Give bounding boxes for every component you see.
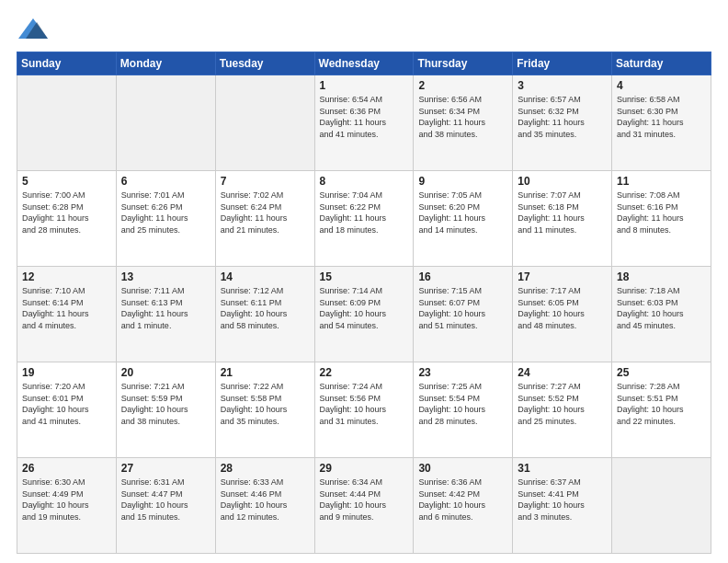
- day-cell: 6Sunrise: 7:01 AM Sunset: 6:26 PM Daylig…: [116, 171, 215, 267]
- day-number: 18: [617, 270, 706, 283]
- day-cell: 11Sunrise: 7:08 AM Sunset: 6:16 PM Dayli…: [612, 171, 711, 267]
- day-cell: 12Sunrise: 7:10 AM Sunset: 6:14 PM Dayli…: [17, 267, 117, 362]
- day-cell: 2Sunrise: 6:56 AM Sunset: 6:34 PM Daylig…: [414, 75, 513, 171]
- day-number: 3: [518, 79, 607, 92]
- day-info: Sunrise: 7:28 AM Sunset: 5:51 PM Dayligh…: [617, 381, 706, 427]
- week-row-4: 19Sunrise: 7:20 AM Sunset: 6:01 PM Dayli…: [17, 362, 711, 458]
- day-info: Sunrise: 7:00 AM Sunset: 6:28 PM Dayligh…: [22, 190, 111, 236]
- day-cell: 31Sunrise: 6:37 AM Sunset: 4:41 PM Dayli…: [513, 458, 612, 554]
- day-cell: 16Sunrise: 7:15 AM Sunset: 6:07 PM Dayli…: [414, 267, 513, 362]
- day-number: 8: [320, 175, 409, 188]
- logo-icon: [17, 15, 50, 42]
- day-cell: 29Sunrise: 6:34 AM Sunset: 4:44 PM Dayli…: [314, 458, 414, 554]
- day-info: Sunrise: 6:57 AM Sunset: 6:32 PM Dayligh…: [518, 94, 607, 140]
- weekday-header-wednesday: Wednesday: [314, 52, 414, 75]
- day-number: 16: [418, 270, 507, 283]
- day-info: Sunrise: 6:30 AM Sunset: 4:49 PM Dayligh…: [22, 477, 111, 523]
- day-info: Sunrise: 7:08 AM Sunset: 6:16 PM Dayligh…: [617, 190, 706, 236]
- day-number: 15: [320, 270, 409, 283]
- day-info: Sunrise: 7:14 AM Sunset: 6:09 PM Dayligh…: [320, 285, 409, 331]
- day-info: Sunrise: 7:21 AM Sunset: 5:59 PM Dayligh…: [121, 381, 210, 427]
- day-cell: 28Sunrise: 6:33 AM Sunset: 4:46 PM Dayli…: [215, 458, 314, 554]
- day-cell: 15Sunrise: 7:14 AM Sunset: 6:09 PM Dayli…: [314, 267, 414, 362]
- day-info: Sunrise: 7:22 AM Sunset: 5:58 PM Dayligh…: [221, 381, 310, 427]
- day-info: Sunrise: 6:56 AM Sunset: 6:34 PM Dayligh…: [418, 94, 507, 140]
- day-info: Sunrise: 6:36 AM Sunset: 4:42 PM Dayligh…: [418, 477, 507, 523]
- day-cell: 25Sunrise: 7:28 AM Sunset: 5:51 PM Dayli…: [612, 362, 711, 458]
- day-number: 5: [22, 175, 111, 188]
- day-info: Sunrise: 6:31 AM Sunset: 4:47 PM Dayligh…: [121, 477, 210, 523]
- day-number: 31: [518, 462, 607, 475]
- day-cell: 24Sunrise: 7:27 AM Sunset: 5:52 PM Dayli…: [513, 362, 612, 458]
- day-cell: 4Sunrise: 6:58 AM Sunset: 6:30 PM Daylig…: [612, 75, 711, 171]
- weekday-header-row: SundayMondayTuesdayWednesdayThursdayFrid…: [17, 52, 711, 75]
- day-number: 13: [121, 270, 210, 283]
- day-number: 28: [221, 462, 310, 475]
- day-cell: 10Sunrise: 7:07 AM Sunset: 6:18 PM Dayli…: [513, 171, 612, 267]
- day-info: Sunrise: 7:04 AM Sunset: 6:22 PM Dayligh…: [320, 190, 409, 236]
- day-number: 25: [617, 366, 706, 379]
- day-cell: [116, 75, 215, 171]
- day-number: 11: [617, 175, 706, 188]
- day-info: Sunrise: 6:33 AM Sunset: 4:46 PM Dayligh…: [221, 477, 310, 523]
- day-number: 26: [22, 462, 111, 475]
- day-info: Sunrise: 7:05 AM Sunset: 6:20 PM Dayligh…: [418, 190, 507, 236]
- day-cell: 8Sunrise: 7:04 AM Sunset: 6:22 PM Daylig…: [314, 171, 414, 267]
- week-row-1: 1Sunrise: 6:54 AM Sunset: 6:36 PM Daylig…: [17, 75, 711, 171]
- day-cell: 19Sunrise: 7:20 AM Sunset: 6:01 PM Dayli…: [17, 362, 117, 458]
- weekday-header-sunday: Sunday: [17, 52, 117, 75]
- day-number: 2: [418, 79, 507, 92]
- day-cell: 17Sunrise: 7:17 AM Sunset: 6:05 PM Dayli…: [513, 267, 612, 362]
- day-cell: [17, 75, 117, 171]
- day-cell: 3Sunrise: 6:57 AM Sunset: 6:32 PM Daylig…: [513, 75, 612, 171]
- day-info: Sunrise: 6:54 AM Sunset: 6:36 PM Dayligh…: [320, 94, 409, 140]
- day-info: Sunrise: 7:11 AM Sunset: 6:13 PM Dayligh…: [121, 285, 210, 331]
- weekday-header-saturday: Saturday: [612, 52, 711, 75]
- day-cell: 30Sunrise: 6:36 AM Sunset: 4:42 PM Dayli…: [414, 458, 513, 554]
- day-cell: 18Sunrise: 7:18 AM Sunset: 6:03 PM Dayli…: [612, 267, 711, 362]
- day-number: 6: [121, 175, 210, 188]
- day-info: Sunrise: 6:37 AM Sunset: 4:41 PM Dayligh…: [518, 477, 607, 523]
- day-info: Sunrise: 7:10 AM Sunset: 6:14 PM Dayligh…: [22, 285, 111, 331]
- day-cell: 21Sunrise: 7:22 AM Sunset: 5:58 PM Dayli…: [215, 362, 314, 458]
- day-number: 19: [22, 366, 111, 379]
- day-cell: 27Sunrise: 6:31 AM Sunset: 4:47 PM Dayli…: [116, 458, 215, 554]
- day-info: Sunrise: 7:27 AM Sunset: 5:52 PM Dayligh…: [518, 381, 607, 427]
- day-info: Sunrise: 7:18 AM Sunset: 6:03 PM Dayligh…: [617, 285, 706, 331]
- day-cell: 7Sunrise: 7:02 AM Sunset: 6:24 PM Daylig…: [215, 171, 314, 267]
- day-info: Sunrise: 6:34 AM Sunset: 4:44 PM Dayligh…: [320, 477, 409, 523]
- logo: [17, 15, 53, 42]
- day-number: 20: [121, 366, 210, 379]
- day-info: Sunrise: 7:25 AM Sunset: 5:54 PM Dayligh…: [418, 381, 507, 427]
- day-number: 23: [418, 366, 507, 379]
- day-info: Sunrise: 7:02 AM Sunset: 6:24 PM Dayligh…: [221, 190, 310, 236]
- weekday-header-thursday: Thursday: [414, 52, 513, 75]
- day-cell: [612, 458, 711, 554]
- day-info: Sunrise: 6:58 AM Sunset: 6:30 PM Dayligh…: [617, 94, 706, 140]
- day-cell: [215, 75, 314, 171]
- day-number: 7: [221, 175, 310, 188]
- day-cell: 22Sunrise: 7:24 AM Sunset: 5:56 PM Dayli…: [314, 362, 414, 458]
- day-cell: 13Sunrise: 7:11 AM Sunset: 6:13 PM Dayli…: [116, 267, 215, 362]
- header: [17, 15, 711, 42]
- page: SundayMondayTuesdayWednesdayThursdayFrid…: [0, 0, 728, 563]
- weekday-header-friday: Friday: [513, 52, 612, 75]
- day-info: Sunrise: 7:01 AM Sunset: 6:26 PM Dayligh…: [121, 190, 210, 236]
- day-cell: 23Sunrise: 7:25 AM Sunset: 5:54 PM Dayli…: [414, 362, 513, 458]
- day-info: Sunrise: 7:15 AM Sunset: 6:07 PM Dayligh…: [418, 285, 507, 331]
- day-number: 4: [617, 79, 706, 92]
- week-row-3: 12Sunrise: 7:10 AM Sunset: 6:14 PM Dayli…: [17, 267, 711, 362]
- day-info: Sunrise: 7:12 AM Sunset: 6:11 PM Dayligh…: [221, 285, 310, 331]
- day-cell: 26Sunrise: 6:30 AM Sunset: 4:49 PM Dayli…: [17, 458, 117, 554]
- week-row-2: 5Sunrise: 7:00 AM Sunset: 6:28 PM Daylig…: [17, 171, 711, 267]
- day-number: 9: [418, 175, 507, 188]
- day-cell: 5Sunrise: 7:00 AM Sunset: 6:28 PM Daylig…: [17, 171, 117, 267]
- day-info: Sunrise: 7:24 AM Sunset: 5:56 PM Dayligh…: [320, 381, 409, 427]
- day-cell: 9Sunrise: 7:05 AM Sunset: 6:20 PM Daylig…: [414, 171, 513, 267]
- day-cell: 1Sunrise: 6:54 AM Sunset: 6:36 PM Daylig…: [314, 75, 414, 171]
- day-info: Sunrise: 7:20 AM Sunset: 6:01 PM Dayligh…: [22, 381, 111, 427]
- day-number: 12: [22, 270, 111, 283]
- day-info: Sunrise: 7:07 AM Sunset: 6:18 PM Dayligh…: [518, 190, 607, 236]
- weekday-header-monday: Monday: [116, 52, 215, 75]
- day-number: 22: [320, 366, 409, 379]
